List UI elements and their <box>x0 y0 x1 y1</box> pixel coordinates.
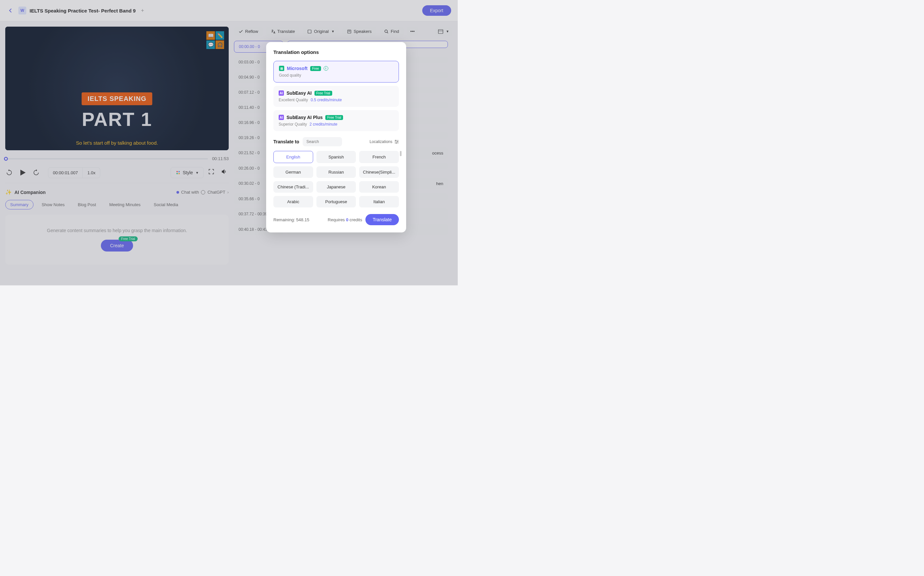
info-icon[interactable]: i <box>324 66 328 71</box>
modal-title: Translation options <box>273 49 399 55</box>
language-option-italian[interactable]: Italian <box>359 196 399 208</box>
language-option-korean[interactable]: Korean <box>359 181 399 193</box>
language-search-input[interactable] <box>303 137 342 146</box>
free-badge: Free Trial <box>314 91 332 96</box>
translate-to-label: Translate to <box>273 139 299 144</box>
language-option-spanish[interactable]: Spanish <box>316 151 356 163</box>
svg-point-11 <box>396 143 397 144</box>
svg-point-9 <box>395 140 396 141</box>
language-option-french[interactable]: French <box>359 151 399 163</box>
language-option-chinesesimpli[interactable]: Chinese(Simpli... <box>359 166 399 178</box>
language-option-russian[interactable]: Russian <box>316 166 356 178</box>
provider-quality: Good quality <box>279 73 393 78</box>
lang-scrollbar[interactable] <box>400 151 402 156</box>
language-option-german[interactable]: German <box>273 166 313 178</box>
svg-point-10 <box>397 141 398 142</box>
ms-logo-icon: ⊞ <box>279 66 284 71</box>
translation-options-modal: Translation options ⊞MicrosoftFreeiGood … <box>266 42 406 232</box>
requires-credits: Requires 0 credits <box>327 217 362 222</box>
ai-logo-icon: AI <box>279 90 284 96</box>
provider-quality: Excellent Quality0.5 credits/minute <box>279 98 394 102</box>
provider-name: SubEasy AI <box>287 90 312 96</box>
language-option-chinesetradi[interactable]: Chinese (Tradi... <box>273 181 313 193</box>
provider-name: Microsoft <box>287 66 308 71</box>
free-badge: Free Trial <box>325 115 343 120</box>
translate-action-button[interactable]: Translate <box>365 214 399 225</box>
provider-quality: Superior Quality2 credits/minute <box>279 122 394 126</box>
language-option-portuguese[interactable]: Portuguese <box>316 196 356 208</box>
remaining-credits: Remaining: 548.15 <box>273 217 309 222</box>
sliders-icon <box>394 140 399 144</box>
ai-logo-icon: AI <box>279 115 284 120</box>
provider-option-microsoft[interactable]: ⊞MicrosoftFreeiGood quality <box>273 61 399 83</box>
provider-name: SubEasy AI Plus <box>287 115 323 120</box>
language-option-english[interactable]: English <box>273 151 313 163</box>
provider-option-subeasy-ai[interactable]: AISubEasy AIFree TrialExcellent Quality0… <box>273 86 399 107</box>
language-option-japanese[interactable]: Japanese <box>316 181 356 193</box>
language-option-arabic[interactable]: Arabic <box>273 196 313 208</box>
provider-option-subeasy-ai-plus[interactable]: AISubEasy AI PlusFree TrialSuperior Qual… <box>273 110 399 131</box>
free-badge: Free <box>310 66 321 71</box>
localizations-button[interactable]: Localizations <box>370 139 399 144</box>
